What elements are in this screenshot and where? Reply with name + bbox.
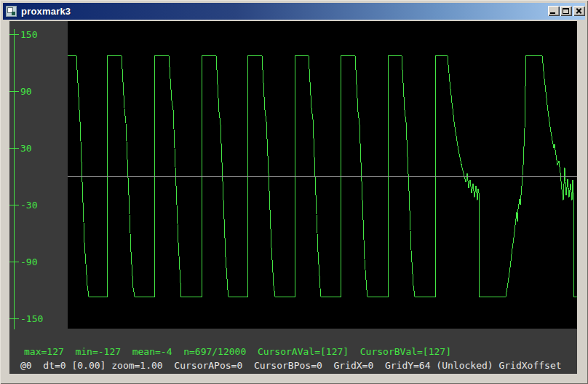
maximize-button[interactable]: [560, 6, 572, 16]
proxmark3-window: proxmark3 1509030-30-90-150 max=127 min=…: [0, 0, 588, 384]
minimize-button[interactable]: [548, 6, 560, 16]
close-button[interactable]: [573, 6, 585, 16]
y-tick--30: [9, 205, 19, 205]
y-tick-label--150: -150: [20, 314, 43, 324]
y-axis: [14, 29, 15, 329]
app-icon-detail: [12, 12, 15, 15]
y-tick-label-30: 30: [20, 144, 32, 153]
title-bar[interactable]: proxmark3: [3, 3, 585, 20]
y-tick-label-90: 90: [20, 87, 32, 96]
maximize-icon: [563, 8, 569, 14]
y-tick-90: [9, 91, 19, 92]
y-tick-label-150: 150: [20, 30, 37, 39]
app-icon[interactable]: [6, 6, 17, 17]
y-tick-150: [9, 34, 19, 35]
plot-client-area: 1509030-30-90-150 max=127 min=-127 mean=…: [9, 21, 577, 374]
y-tick-label--90: -90: [20, 257, 37, 267]
y-tick-label--30: -30: [20, 200, 37, 210]
zero-axis-line: [68, 176, 577, 177]
signal-plot-canvas[interactable]: [68, 21, 577, 329]
y-tick--90: [9, 262, 19, 262]
minimize-icon: [550, 12, 555, 14]
window-title: proxmark3: [21, 6, 71, 17]
status-line-stats: max=127 min=-127 mean=-4 n=697/12000 Cur…: [24, 347, 451, 356]
status-line-cursor-grid: @0 dt=0 [0.00] zoom=1.00 CursorAPos=0 Cu…: [20, 361, 562, 370]
y-tick--150: [9, 318, 19, 319]
y-tick-30: [9, 148, 19, 149]
